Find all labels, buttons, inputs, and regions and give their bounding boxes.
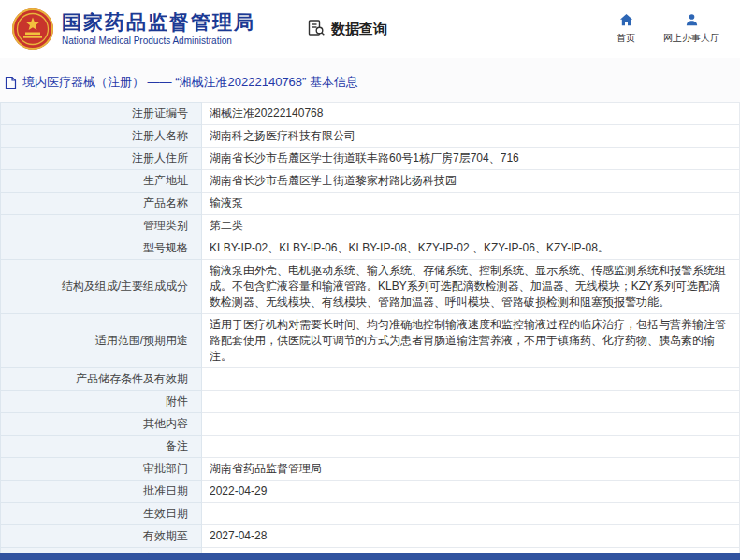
table-row: 适用范围/预期用途适用于医疗机构对需要长时间、均匀准确地控制输液速度和监控输液过…: [1, 314, 740, 368]
field-label: 批准日期: [1, 481, 202, 503]
data-query-nav[interactable]: 数据查询: [307, 19, 387, 40]
field-value: 输液泵由外壳、电机驱动系统、输入系统、存储系统、控制系统、显示系统、传感监测系统…: [202, 260, 740, 314]
field-value: [202, 391, 740, 413]
online-hall-label: 网上办事大厅: [663, 32, 719, 45]
person-icon: [685, 13, 699, 29]
field-value: [202, 368, 740, 391]
field-label: 备注: [1, 436, 202, 458]
table-row: 生产地址湖南省长沙市岳麓区学士街道黎家村路比扬科技园: [1, 170, 740, 193]
field-value: [202, 503, 740, 525]
field-label: 有效期至: [1, 525, 202, 548]
field-value: [202, 436, 740, 458]
header-right: 首页 网上办事大厅: [617, 13, 719, 45]
field-value: 湖南省长沙市岳麓区学士街道黎家村路比扬科技园: [202, 170, 740, 193]
field-label: 适用范围/预期用途: [1, 314, 202, 368]
online-hall-link[interactable]: 网上办事大厅: [663, 13, 719, 45]
field-label: 产品名称: [1, 193, 202, 215]
field-value: 2027-04-28: [202, 525, 740, 548]
table-row: 注册人名称湖南科之扬医疗科技有限公司: [1, 125, 740, 148]
table-row: 审批部门湖南省药品监督管理局: [1, 458, 740, 481]
home-link[interactable]: 首页: [617, 13, 635, 45]
field-value: 适用于医疗机构对需要长时间、均匀准确地控制输液速度和监控输液过程的临床治疗，包括…: [202, 314, 740, 368]
field-label: 结构及组成/主要组成成分: [1, 260, 202, 314]
field-value: 湖南省长沙市岳麓区学士街道联丰路60号1栋厂房7层704、716: [202, 148, 740, 170]
table-row: 注册人住所湖南省长沙市岳麓区学士街道联丰路60号1栋厂房7层704、716: [1, 148, 740, 170]
brand: 国家药品监督管理局 National Medical Products Admi…: [11, 7, 255, 50]
table-row: 批准日期2022-04-29: [1, 481, 740, 503]
field-label: 注册人住所: [1, 148, 202, 170]
breadcrumb-text: 境内医疗器械（注册） —— “湘械注准20222140768” 基本信息: [22, 74, 358, 91]
table-row: 注册证编号湘械注准20222140768: [1, 103, 740, 125]
home-label: 首页: [617, 32, 635, 45]
footer-bar: [0, 553, 740, 560]
field-label: 附件: [1, 391, 202, 413]
field-label: 生产地址: [1, 170, 202, 193]
field-value: 第二类: [202, 215, 740, 237]
agency-title: 国家药品监督管理局: [62, 11, 255, 34]
field-value: [202, 413, 740, 436]
field-value: 输液泵: [202, 193, 740, 215]
registration-info-table: 注册证编号湘械注准20222140768注册人名称湖南科之扬医疗科技有限公司注册…: [0, 102, 740, 560]
field-value: 湘械注准20222140768: [202, 103, 740, 125]
table-row: 附件: [1, 391, 740, 413]
field-value: KLBY-IP-02、KLBY-IP-06、KLBY-IP-08、KZY-IP-…: [202, 237, 740, 260]
national-emblem-icon: [11, 7, 54, 50]
home-icon: [619, 13, 633, 29]
brand-text: 国家药品监督管理局 National Medical Products Admi…: [62, 11, 255, 47]
table-row: 产品储存条件及有效期: [1, 368, 740, 391]
field-label: 注册证编号: [1, 103, 202, 125]
breadcrumb: 境内医疗器械（注册） —— “湘械注准20222140768” 基本信息: [0, 58, 740, 102]
field-label: 生效日期: [1, 503, 202, 525]
main-content: 境内医疗器械（注册） —— “湘械注准20222140768” 基本信息 注册证…: [0, 58, 740, 560]
table-row: 备注: [1, 436, 740, 458]
site-header: 国家药品监督管理局 National Medical Products Admi…: [0, 0, 740, 58]
field-label: 其他内容: [1, 413, 202, 436]
table-row: 结构及组成/主要组成成分输液泵由外壳、电机驱动系统、输入系统、存储系统、控制系统…: [1, 260, 740, 314]
table-row: 生效日期: [1, 503, 740, 525]
field-value: 湖南科之扬医疗科技有限公司: [202, 125, 740, 148]
field-label: 审批部门: [1, 458, 202, 481]
field-value: 2022-04-29: [202, 481, 740, 503]
data-query-label: 数据查询: [331, 21, 387, 38]
table-row: 有效期至2027-04-28: [1, 525, 740, 548]
field-label: 型号规格: [1, 237, 202, 260]
document-search-icon: [307, 19, 326, 40]
table-row: 管理类别第二类: [1, 215, 740, 237]
field-label: 注册人名称: [1, 125, 202, 148]
agency-subtitle: National Medical Products Administration: [62, 36, 255, 47]
field-value: 湖南省药品监督管理局: [202, 458, 740, 481]
table-row: 型号规格KLBY-IP-02、KLBY-IP-06、KLBY-IP-08、KZY…: [1, 237, 740, 260]
table-row: 其他内容: [1, 413, 740, 436]
field-label: 产品储存条件及有效期: [1, 368, 202, 391]
table-row: 产品名称输液泵: [1, 193, 740, 215]
field-label: 管理类别: [1, 215, 202, 237]
page-icon: [5, 76, 17, 90]
